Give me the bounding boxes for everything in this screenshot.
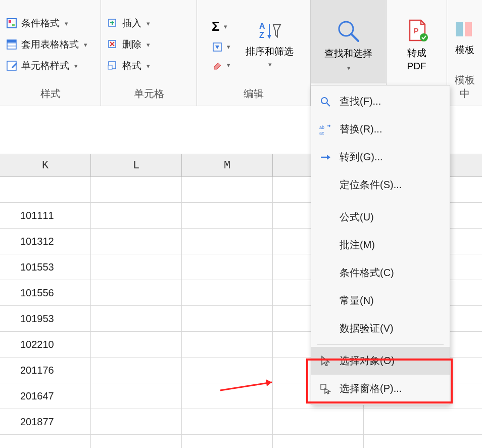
cell[interactable] — [182, 254, 273, 280]
cell[interactable]: 201877 — [0, 409, 91, 434]
insert-button[interactable]: 插入 ▾ — [104, 15, 194, 32]
menu-comments[interactable]: 批注(M) — [311, 231, 450, 259]
cell[interactable] — [182, 306, 273, 331]
svg-rect-16 — [108, 65, 112, 69]
menu-find-label: 查找(F)... — [340, 95, 381, 108]
format-button[interactable]: 格式 ▾ — [104, 57, 194, 74]
cell[interactable] — [91, 177, 182, 202]
svg-point-27 — [420, 33, 428, 41]
conditional-format-button[interactable]: 条件格式 ▾ — [3, 15, 98, 32]
sort-filter-icon: A Z — [258, 21, 281, 41]
menu-goto[interactable]: 转到(G)... — [311, 143, 450, 171]
cell[interactable] — [91, 229, 182, 254]
cell[interactable] — [182, 435, 273, 448]
cell[interactable] — [91, 254, 182, 280]
col-header[interactable]: L — [91, 154, 182, 176]
cell-style-label: 单元格样式 — [21, 59, 69, 72]
chevron-down-icon: ▾ — [227, 43, 230, 51]
col-header[interactable]: K — [0, 154, 91, 176]
fill-button[interactable]: ▾ — [210, 40, 232, 54]
cell[interactable] — [273, 409, 364, 434]
cell[interactable] — [91, 383, 182, 409]
cell-style-button[interactable]: 单元格样式 ▾ — [3, 57, 98, 74]
svg-marker-23 — [267, 35, 271, 39]
svg-rect-6 — [7, 40, 16, 42]
col-header[interactable]: M — [182, 154, 273, 176]
cell[interactable] — [0, 177, 91, 202]
pdf-label: 转成PDF — [407, 47, 426, 72]
svg-marker-37 — [327, 155, 330, 160]
svg-rect-29 — [465, 22, 472, 36]
cell[interactable]: 101556 — [0, 280, 91, 305]
menu-replace-label: 替换(R)... — [340, 122, 382, 136]
svg-rect-2 — [12, 24, 15, 26]
cell[interactable] — [182, 357, 273, 383]
svg-marker-35 — [329, 124, 330, 127]
sort-filter-label: 排序和筛选 — [246, 45, 294, 58]
cell[interactable] — [182, 229, 273, 254]
svg-text:A: A — [259, 22, 265, 30]
templates-icon — [454, 19, 476, 39]
menu-separator — [317, 201, 444, 201]
menu-selection-pane-label: 选择窗格(P)... — [340, 382, 402, 395]
menu-constants[interactable]: 常量(N) — [311, 287, 450, 315]
cell[interactable] — [182, 203, 273, 228]
cell[interactable] — [91, 306, 182, 331]
chevron-down-icon: ▾ — [74, 62, 78, 70]
chevron-down-icon: ▾ — [147, 20, 150, 27]
table-row — [0, 435, 482, 448]
cell[interactable]: 102210 — [0, 332, 91, 357]
clear-button[interactable]: ▾ — [210, 59, 232, 72]
cell[interactable] — [91, 435, 182, 448]
cell[interactable]: 101553 — [0, 254, 91, 280]
cell[interactable]: 101953 — [0, 306, 91, 331]
cell[interactable] — [91, 409, 182, 434]
menu-select-objects[interactable]: 选择对象(O) — [311, 347, 450, 375]
convert-pdf-button[interactable]: P 转成PDF — [402, 15, 432, 75]
menu-goto-special-label: 定位条件(S)... — [340, 178, 402, 192]
table-format-label: 套用表格格式 — [21, 38, 79, 51]
cell[interactable] — [0, 435, 91, 448]
menu-goto-special[interactable]: 定位条件(S)... — [311, 171, 450, 199]
table-format-button[interactable]: 套用表格格式 ▾ — [3, 36, 98, 53]
templates-button[interactable]: 模板 — [451, 16, 479, 60]
cell[interactable] — [182, 332, 273, 357]
sort-filter-button[interactable]: A Z 排序和筛选 ▾ — [242, 19, 298, 71]
find-select-button[interactable]: 查找和选择 ▾ — [311, 0, 386, 83]
cell[interactable] — [182, 383, 273, 409]
cell[interactable]: 101312 — [0, 229, 91, 254]
templates-label: 模板 — [455, 43, 474, 57]
cell[interactable] — [91, 280, 182, 305]
svg-rect-0 — [7, 19, 16, 28]
format-icon — [107, 60, 118, 71]
cell[interactable] — [91, 357, 182, 383]
menu-formulas-label: 公式(U) — [340, 210, 374, 224]
menu-replace[interactable]: abac 替换(R)... — [311, 115, 450, 143]
menu-cond-format[interactable]: 条件格式(C) — [311, 259, 450, 287]
chevron-down-icon: ▾ — [147, 62, 150, 70]
magnifier-icon — [318, 96, 332, 108]
conditional-format-label: 条件格式 — [21, 17, 60, 30]
cell[interactable] — [182, 177, 273, 202]
magnifier-icon — [335, 19, 362, 43]
cell[interactable]: 201647 — [0, 383, 91, 409]
autosum-button[interactable]: Σ ▾ — [210, 18, 232, 35]
menu-formulas[interactable]: 公式(U) — [311, 203, 450, 231]
cell[interactable] — [273, 435, 364, 448]
chevron-down-icon: ▾ — [268, 61, 272, 68]
menu-separator — [317, 344, 444, 345]
cell[interactable] — [182, 280, 273, 305]
cell[interactable] — [91, 203, 182, 228]
menu-selection-pane[interactable]: 选择窗格(P)... — [311, 375, 450, 402]
menu-find[interactable]: 查找(F)... — [311, 87, 450, 115]
find-select-label: 查找和选择 — [324, 47, 372, 60]
delete-button[interactable]: 删除 ▾ — [104, 36, 194, 53]
menu-data-validation[interactable]: 数据验证(V) — [311, 315, 450, 342]
cell[interactable]: 201176 — [0, 357, 91, 383]
group-label-editing: 编辑 — [200, 84, 307, 103]
cell[interactable]: 101111 — [0, 203, 91, 228]
cell-style-icon — [6, 60, 17, 71]
cell[interactable] — [182, 409, 273, 434]
cell[interactable] — [91, 332, 182, 357]
svg-text:Z: Z — [259, 31, 264, 39]
